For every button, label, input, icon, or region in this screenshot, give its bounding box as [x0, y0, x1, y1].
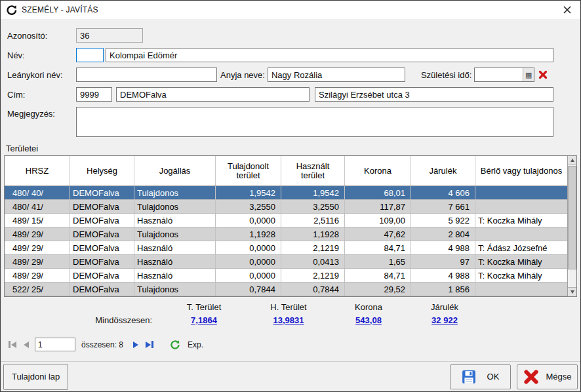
last-page-button[interactable] [144, 340, 155, 349]
cell-berlo: T: Koczka Mihály [475, 269, 567, 282]
dialog-szemely-javitas: SZEMÉLY - JAVÍTÁS Azonosító: Név: Leányk… [0, 0, 581, 392]
cell-hasznalt: 2,1219 [281, 241, 345, 254]
cell-hrsz: 489/ 29/ [5, 241, 70, 254]
titlebar[interactable]: SZEMÉLY - JAVÍTÁS [1, 1, 580, 19]
cell-helyseg: DEMOFalva [70, 200, 134, 213]
table-row[interactable]: 489/ 15/DEMOFalvaHasználó0,00002,5116109… [5, 214, 567, 227]
column-header[interactable]: Jogállás [134, 156, 216, 186]
cell-jarulek: 97 [411, 255, 475, 268]
cell-jogallas: Használó [134, 255, 216, 268]
summary-value-link[interactable]: 32 922 [407, 314, 483, 327]
tulajdoni-lap-button[interactable]: Tulajdoni lap [3, 364, 68, 390]
cell-korona: 84,71 [345, 241, 411, 254]
azonosito-input[interactable] [76, 28, 143, 43]
summary: T. TerületH. TerületKoronaJárulék Mindös… [4, 301, 577, 327]
next-page-button[interactable] [132, 340, 140, 349]
cell-hrsz: 489/ 29/ [5, 255, 70, 268]
refresh-icon[interactable] [170, 340, 180, 350]
cell-korona: 47,62 [345, 227, 411, 241]
cell-tulajdonolt: 3,2550 [216, 200, 281, 213]
cim-street-input[interactable] [315, 87, 553, 102]
cell-tulajdonolt: 0,7844 [216, 283, 281, 296]
vertical-scrollbar[interactable] [567, 156, 576, 296]
cim-zip-input[interactable] [76, 87, 112, 102]
cell-jarulek: 4 606 [411, 186, 475, 199]
column-header[interactable]: Helység [70, 156, 134, 186]
prev-page-button[interactable] [22, 340, 30, 349]
person-form: Azonosító: Név: Leánykori név: Anyja nev… [1, 19, 580, 137]
cell-jarulek: 4 988 [411, 269, 475, 282]
ok-label: OK [487, 372, 500, 382]
cim-city-input[interactable] [116, 87, 310, 102]
cell-tulajdonolt: 1,1928 [216, 227, 281, 241]
cell-helyseg: DEMOFalva [70, 269, 134, 282]
cell-hasznalt: 3,2550 [281, 200, 345, 213]
areas-table: HRSZHelységJogállásTulajdonolt területHa… [4, 155, 577, 297]
cell-jogallas: Tulajdonos [134, 283, 216, 296]
table-row[interactable]: 489/ 29/DEMOFalvaTulajdonos1,19281,19284… [5, 227, 567, 241]
cim-label: Cím: [7, 90, 76, 100]
cell-jogallas: Használó [134, 241, 216, 254]
column-header[interactable]: Korona [345, 156, 411, 186]
scroll-down-button[interactable] [568, 287, 576, 296]
cell-jogallas: Tulajdonos [134, 186, 216, 199]
table-header-row: HRSZHelységJogállásTulajdonolt területHa… [5, 156, 567, 186]
cell-jarulek: 7 661 [411, 200, 475, 213]
nev-input[interactable] [106, 48, 553, 62]
cell-jarulek: 1 856 [411, 283, 475, 296]
first-page-button[interactable] [7, 340, 18, 349]
cancel-label: Mégse [546, 372, 571, 382]
cell-berlo [475, 227, 567, 241]
cell-korona: 109,00 [345, 214, 411, 227]
cancel-button[interactable]: Mégse [517, 364, 578, 389]
save-icon [462, 370, 476, 384]
anyja-neve-input[interactable] [268, 68, 405, 82]
ok-button[interactable]: OK [450, 364, 511, 389]
scroll-up-button[interactable] [568, 156, 576, 165]
calendar-icon[interactable]: ▦ [523, 68, 534, 81]
page-input[interactable] [35, 338, 75, 351]
table-row[interactable]: 522/ 25/DEMOFalvaTulajdonos0,78440,78442… [5, 283, 567, 296]
table-row[interactable]: 489/ 29/DEMOFalvaHasználó0,00002,121984,… [5, 269, 567, 283]
column-header[interactable]: Bérlő vagy tulajdonos [475, 156, 567, 186]
cell-tulajdonolt: 0,0000 [216, 269, 281, 282]
megjegyzes-input[interactable] [76, 107, 553, 137]
cell-hasznalt: 0,0413 [281, 255, 345, 268]
cell-helyseg: DEMOFalva [70, 283, 134, 296]
app-icon [6, 5, 17, 16]
export-button[interactable]: Exp. [188, 340, 203, 349]
table-row[interactable]: 489/ 29/DEMOFalvaHasználó0,00000,04131,6… [5, 255, 567, 269]
cell-korona: 1,65 [345, 255, 411, 268]
leanykori-nev-input[interactable] [76, 68, 217, 82]
table-body: 480/ 40/DEMOFalvaTulajdonos1,95421,95426… [5, 186, 567, 296]
cell-jarulek: 2 804 [411, 227, 475, 241]
close-button[interactable] [559, 3, 575, 17]
cell-korona: 117,87 [345, 200, 411, 213]
scrollbar-thumb[interactable] [568, 166, 576, 269]
summary-header: H. Terület [247, 301, 331, 314]
cell-berlo: T: Koczka Mihály [475, 214, 567, 227]
clear-date-icon[interactable] [538, 70, 548, 79]
window-title: SZEMÉLY - JAVÍTÁS [22, 5, 98, 14]
column-header[interactable]: Használt terület [281, 156, 345, 186]
summary-value-link[interactable]: 543,08 [331, 314, 407, 327]
table-row[interactable]: 489/ 29/DEMOFalvaHasználó0,00002,121984,… [5, 241, 567, 255]
column-header[interactable]: Járulék [411, 156, 475, 186]
cell-berlo [475, 283, 567, 296]
cell-jogallas: Tulajdonos [134, 227, 216, 241]
cell-tulajdonolt: 0,0000 [216, 214, 281, 227]
summary-value-link[interactable]: 7,1864 [161, 314, 247, 327]
megjegyzes-label: Megjegyzés: [7, 109, 76, 119]
szuletesi-ido-label: Születési idő: [421, 70, 471, 80]
table-row[interactable]: 480/ 40/DEMOFalvaTulajdonos1,95421,95426… [5, 186, 567, 200]
cell-hrsz: 522/ 25/ [5, 283, 70, 296]
column-header[interactable]: Tulajdonolt terület [216, 156, 281, 186]
szuletesi-ido-input[interactable] [475, 68, 523, 81]
column-header[interactable]: HRSZ [5, 156, 70, 186]
table-row[interactable]: 480/ 41/DEMOFalvaTulajdonos3,25503,25501… [5, 200, 567, 214]
cell-hasznalt: 0,7844 [281, 283, 345, 296]
nev-prefix-input[interactable] [76, 48, 104, 62]
azonosito-label: Azonosító: [7, 31, 76, 41]
summary-values: Mindösszesen: 7,186413,9831543,0832 922 [4, 314, 577, 327]
summary-value-link[interactable]: 13,9831 [247, 314, 331, 327]
